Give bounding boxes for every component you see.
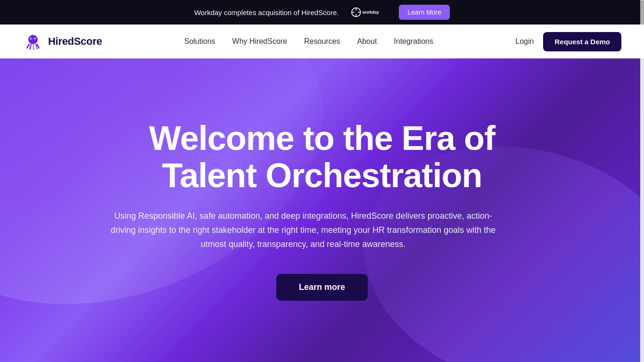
svg-point-6 bbox=[28, 35, 38, 44]
announcement-learn-more-button[interactable]: Learn More bbox=[399, 5, 450, 20]
workday-logo: workday bbox=[350, 6, 388, 19]
nav-item-about[interactable]: About bbox=[357, 37, 377, 46]
nav-item-solutions[interactable]: Solutions bbox=[184, 37, 215, 46]
nav-item-resources[interactable]: Resources bbox=[304, 37, 340, 46]
announcement-text: Workday completes acquisition of HiredSc… bbox=[194, 8, 339, 16]
nav-item-why-hiredscore[interactable]: Why HiredScore bbox=[232, 37, 287, 46]
svg-text:workday: workday bbox=[362, 10, 379, 15]
hiredscore-logo-icon bbox=[23, 31, 43, 52]
nav-links: Solutions Why HiredScore Resources About… bbox=[184, 37, 433, 46]
svg-point-9 bbox=[31, 39, 32, 40]
logo-container[interactable]: HiredScore bbox=[23, 31, 102, 52]
nav-link-solutions[interactable]: Solutions bbox=[184, 37, 215, 45]
logo-text: HiredScore bbox=[48, 35, 102, 48]
workday-logo-svg: workday bbox=[350, 6, 388, 19]
nav-item-integrations[interactable]: Integrations bbox=[394, 37, 433, 46]
nav-right: Login Request a Demo bbox=[515, 32, 621, 51]
hero-title: Welcome to the Era of Talent Orchestrati… bbox=[110, 120, 534, 194]
navbar: HiredScore Solutions Why HiredScore Reso… bbox=[0, 25, 644, 58]
svg-point-10 bbox=[35, 39, 36, 40]
nav-link-integrations[interactable]: Integrations bbox=[394, 37, 433, 45]
hero-content: Welcome to the Era of Talent Orchestrati… bbox=[110, 120, 534, 301]
login-button[interactable]: Login bbox=[515, 37, 534, 46]
nav-link-about[interactable]: About bbox=[357, 37, 377, 45]
request-demo-button[interactable]: Request a Demo bbox=[543, 32, 621, 51]
nav-link-resources[interactable]: Resources bbox=[304, 37, 340, 45]
hero-learn-more-button[interactable]: Learn more bbox=[276, 274, 368, 301]
hero-subtitle: Using Responsible AI, safe automation, a… bbox=[110, 209, 496, 251]
nav-link-why-hiredscore[interactable]: Why HiredScore bbox=[232, 37, 287, 45]
announcement-banner: Workday completes acquisition of HiredSc… bbox=[0, 0, 644, 25]
hero-section: Welcome to the Era of Talent Orchestrati… bbox=[0, 58, 644, 362]
